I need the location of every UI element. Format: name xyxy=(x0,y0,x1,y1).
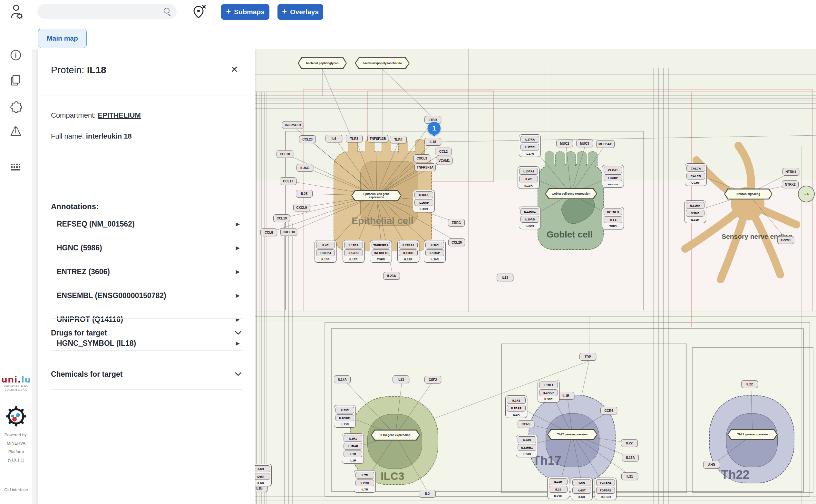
annotation-item[interactable]: HGNC_SYMBOL (IL18)▸ xyxy=(57,339,242,363)
map-gene-node[interactable]: IL21 xyxy=(621,472,638,480)
old-interface-link[interactable]: Old interface xyxy=(0,487,32,492)
map-complex-node[interactable]: IL31RAOSMRIL31R xyxy=(684,200,706,223)
map-gene-node[interactable]: TNFRSF1B xyxy=(282,121,303,129)
map-complex-node[interactable]: IL36RIL1RAPIL36R xyxy=(424,240,446,263)
map-gene-node[interactable]: IL17A xyxy=(334,375,351,383)
map-gene-node[interactable]: TRPV1 xyxy=(777,236,794,244)
search-input[interactable] xyxy=(37,4,177,19)
map-gene-node[interactable]: CCL28 xyxy=(277,150,293,158)
map-complex-node[interactable]: IL17RAIL17RCIL17R xyxy=(519,134,541,157)
map-gene-node[interactable]: NTRK2 xyxy=(782,180,799,188)
map-gene-node[interactable]: CCL17 xyxy=(280,177,296,185)
map-complex-node[interactable]: IL7RIL2RGIL7R xyxy=(354,470,376,493)
gene-expression-hub[interactable]: Goblet cell gene expression xyxy=(545,188,597,199)
map-gene-node[interactable]: IL18 xyxy=(424,138,441,146)
map-gene-node[interactable]: IL22 xyxy=(393,375,409,383)
chemicals-for-target-section[interactable]: Chemicals for target xyxy=(51,370,242,379)
map-gene-node[interactable]: MUC2 xyxy=(556,140,573,147)
map-gene-node[interactable]: CSF2 xyxy=(424,376,441,383)
expand-arrow-icon[interactable]: ▸ xyxy=(236,267,239,276)
stimulus-hex-node[interactable]: bacterial peptidoglycan xyxy=(298,57,347,69)
map-gene-node[interactable]: NTRK1 xyxy=(782,168,799,176)
map-gene-node[interactable]: CCL19 xyxy=(273,214,290,222)
expand-arrow-icon[interactable]: ▸ xyxy=(236,291,239,300)
map-gene-node[interactable]: IL2 xyxy=(419,490,436,498)
map-complex-node[interactable]: IL22RA1IL10RBIL22R xyxy=(397,240,419,263)
map-complex-node[interactable]: IL1RL1IL1RAPIL33R xyxy=(413,190,435,212)
map-complex-node[interactable]: IL13RA1IL4RIL13R xyxy=(518,166,539,189)
map-gene-node[interactable]: TLR4 xyxy=(390,136,407,143)
gene-expression-hub[interactable]: ILC3 gene expression xyxy=(371,430,420,441)
map-complex-node[interactable]: IL22RA1IL10RBIL22R xyxy=(519,207,541,229)
map-gene-node[interactable]: CXCL10 xyxy=(280,228,297,236)
search-result-marker[interactable]: 1 xyxy=(428,122,441,135)
map-gene-node[interactable]: TRP xyxy=(579,353,596,361)
overlays-button[interactable]: + Overlays xyxy=(277,4,323,20)
annotation-item[interactable]: REFSEQ (NM_001562)▸ xyxy=(57,220,242,244)
map-complex-node[interactable]: IL4RIL13RA1IL13R xyxy=(315,240,336,263)
close-icon[interactable]: ✕ xyxy=(231,65,238,74)
annotation-item[interactable]: ENTREZ (3606)▸ xyxy=(57,267,242,291)
legend-grid-icon[interactable] xyxy=(8,159,23,174)
plugins-puzzle-icon[interactable] xyxy=(8,98,23,113)
map-gene-node[interactable]: IL17A xyxy=(622,454,639,461)
drugs-for-target-section[interactable]: Drugs for target xyxy=(51,329,242,337)
map-gene-node[interactable]: AHR xyxy=(703,461,720,469)
gene-expression-hub[interactable]: Neuron signaling xyxy=(724,189,772,199)
map-complex-node[interactable]: CLCA1FCGBPmucus xyxy=(602,165,624,188)
map-gene-node[interactable]: CXCL9 xyxy=(293,204,310,211)
map-gene-node[interactable]: IL36G xyxy=(296,164,313,172)
map-gene-node[interactable]: CCL20 xyxy=(299,135,316,143)
map-gene-node[interactable]: IL1B xyxy=(558,392,574,400)
map-gene-node[interactable]: CCR4 xyxy=(600,407,617,414)
map-complex-node[interactable]: TNFRSF1ATNFRSF1BTNFR xyxy=(370,240,392,263)
map-gene-node[interactable]: CCL8 xyxy=(260,228,277,236)
export-document-icon[interactable] xyxy=(8,73,23,88)
map-complex-node[interactable]: IL21RIL21IL21R xyxy=(547,477,569,499)
map-gene-node[interactable]: IL23A xyxy=(383,272,400,280)
annotation-item[interactable]: ENSEMBL (ENSG00000150782)▸ xyxy=(57,291,242,315)
map-gene-node[interactable]: MUC3 xyxy=(576,140,593,147)
map-gene-node[interactable]: IL22 xyxy=(741,380,758,388)
map-gene-node[interactable]: TNFRSF1A xyxy=(414,163,436,171)
map-gene-node[interactable]: CCL2 xyxy=(435,148,452,155)
expand-arrow-icon[interactable]: ▸ xyxy=(236,339,239,347)
expand-arrow-icon[interactable]: ▸ xyxy=(236,244,239,252)
map-complex-node[interactable]: IL1R1IL1RAPIL1R xyxy=(505,395,527,418)
map-gene-node[interactable]: IL6 xyxy=(325,135,342,142)
map-gene-node[interactable]: MUC5AC xyxy=(596,140,615,148)
submaps-button[interactable]: + Submaps xyxy=(221,4,269,20)
map-gene-node[interactable]: CCL26 xyxy=(448,238,465,246)
map-complex-node[interactable]: IL1RL1IL1RAPIL36R xyxy=(538,380,559,402)
map-gene-node[interactable]: EREG xyxy=(448,219,465,227)
annotation-item[interactable]: HGNC (5986)▸ xyxy=(57,244,242,267)
map-gene-node[interactable]: TNFSF13B xyxy=(367,135,388,142)
map-gene-node[interactable]: IL13 xyxy=(497,274,513,281)
tab-main-map[interactable]: Main map xyxy=(38,29,87,48)
map-gene-node[interactable]: VCAM1 xyxy=(436,157,452,164)
phenotype-node[interactable]: itch xyxy=(798,186,815,202)
map-complex-node[interactable]: RETNLBTFF3TFF3 xyxy=(602,207,624,229)
map-complex-node[interactable]: IL1R1IL1RAPIL1BIL1R xyxy=(342,433,364,464)
map-complex-node[interactable]: IL17RAIL17RCIL17R xyxy=(343,240,364,263)
map-gene-node[interactable]: IL22 xyxy=(621,439,638,447)
map-gene-node[interactable]: TLR3 xyxy=(346,135,363,142)
export-share-icon[interactable] xyxy=(8,124,23,139)
map-complex-node[interactable]: IL23RIL12RB1IL23R xyxy=(334,405,356,428)
info-icon[interactable] xyxy=(8,48,23,63)
map-complex-node[interactable]: TGFBR1TGFBR2TGFBR xyxy=(595,478,617,500)
gene-expression-hub[interactable]: Th22 gene expression xyxy=(727,429,778,440)
map-complex-node[interactable]: IL6RIL6STIL6R xyxy=(255,464,272,486)
expand-arrow-icon[interactable]: ▸ xyxy=(236,220,239,228)
map-complex-node[interactable]: IL6RIL6STIL6R xyxy=(571,478,593,500)
clear-pins-icon[interactable] xyxy=(192,5,206,19)
user-settings-icon[interactable] xyxy=(9,4,24,19)
map-gene-node[interactable]: IL25 xyxy=(296,190,313,198)
map-complex-node[interactable]: IL23RIL12RB1IL23R xyxy=(516,435,538,457)
map-gene-node[interactable]: CXCL3 xyxy=(413,154,430,162)
map-canvas[interactable]: Epithelial cellGoblet cellSensory nerve … xyxy=(255,49,816,504)
expand-arrow-icon[interactable]: ▸ xyxy=(236,315,239,324)
stimulus-hex-node[interactable]: bacterial lipopolysaccharide xyxy=(355,57,410,69)
gene-expression-hub[interactable]: Th17 gene expression xyxy=(547,429,597,440)
map-complex-node[interactable]: CALCACALCBCGRP xyxy=(685,163,707,186)
